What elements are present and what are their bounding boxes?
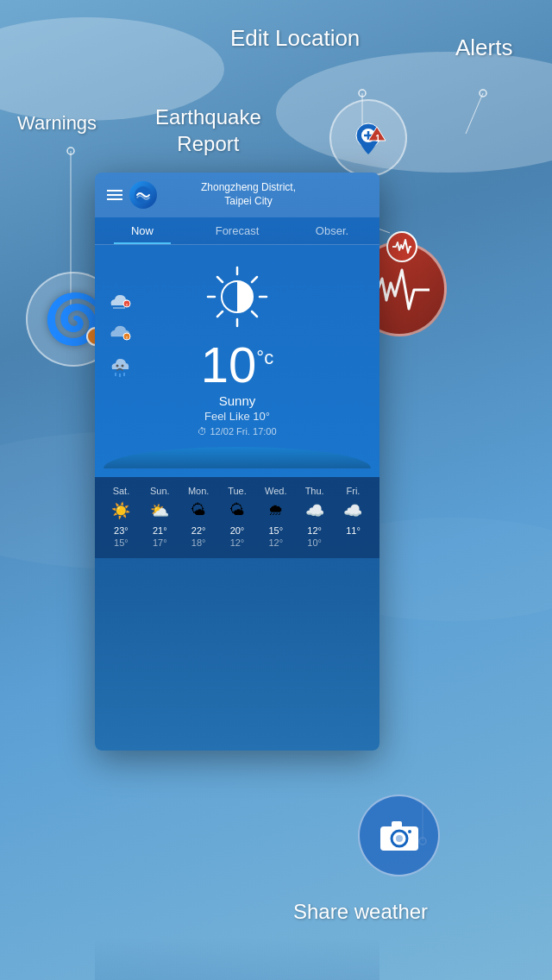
high-0: 23°	[104, 525, 138, 536]
forecast-day-1: Sun.	[142, 486, 177, 496]
low-5: 10°	[298, 537, 332, 548]
high-1: 21°	[142, 525, 177, 536]
svg-point-20	[408, 830, 411, 833]
app-tabs: Now Forecast Obser.	[95, 217, 380, 245]
low-0: 15°	[104, 537, 138, 548]
svg-rect-17	[392, 821, 402, 828]
forecast-day-2: Mon.	[181, 486, 216, 496]
forecast-highs: 23° 21° 22° 20° 15° 12° 11°	[102, 525, 373, 536]
svg-point-19	[396, 835, 403, 842]
app-logo	[129, 181, 157, 209]
edit-location-label: Edit Location	[230, 25, 360, 52]
svg-line-2	[466, 93, 483, 134]
high-6: 11°	[336, 525, 370, 536]
svg-line-39	[217, 311, 223, 317]
tab-now[interactable]: Now	[95, 217, 190, 244]
forecast-day-headers: Sat. Sun. Mon. Tue. Wed. Thu. Fri.	[102, 486, 373, 496]
condition-label: Sunny	[219, 393, 256, 408]
high-4: 15°	[259, 525, 293, 536]
tab-observations[interactable]: Obser.	[285, 217, 380, 244]
forecast-icon-4: 🌧	[259, 501, 293, 520]
forecast-lows: 15° 17° 18° 12° 12° 10°	[102, 537, 373, 548]
location-display: Zhongzheng District, Taipei City	[201, 181, 296, 208]
svg-text:1: 1	[375, 134, 380, 143]
forecast-icon-6: ☁️	[336, 501, 370, 520]
svg-line-36	[217, 277, 223, 282]
forecast-icon-1: ⛅	[142, 501, 177, 520]
svg-point-5	[67, 148, 74, 154]
svg-line-37	[252, 311, 257, 317]
earthquake-label: EarthquakeReport	[155, 104, 261, 157]
svg-point-1	[359, 90, 366, 97]
forecast-day-4: Wed.	[259, 486, 293, 496]
weather-main: ! !	[95, 245, 380, 477]
high-2: 22°	[181, 525, 216, 536]
svg-point-27	[116, 365, 119, 368]
forecast-icons: ☀️ ⛅ 🌤 🌤 🌧 ☁️ ☁️	[102, 501, 373, 520]
location-plus-icon: 1	[349, 116, 387, 160]
hamburger-menu[interactable]	[107, 190, 122, 200]
low-3: 12°	[220, 537, 254, 548]
low-1: 17°	[142, 537, 177, 548]
seismo-notification	[386, 231, 417, 262]
warnings-label: Warnings	[17, 112, 97, 135]
forecast-day-6: Fri.	[336, 486, 370, 496]
share-weather-label: Share weather	[293, 900, 428, 924]
forecast-day-0: Sat.	[104, 486, 138, 496]
tab-forecast[interactable]: Forecast	[190, 217, 285, 244]
cloud-fog-icon: !	[107, 288, 133, 314]
edit-location-button[interactable]: 1	[329, 99, 407, 177]
globe-bottom	[104, 447, 371, 468]
forecast-section: Sat. Sun. Mon. Tue. Wed. Thu. Fri. ☀️ ⛅ …	[95, 477, 380, 558]
low-2: 18°	[181, 537, 216, 548]
forecast-day-5: Thu.	[298, 486, 332, 496]
side-icons: ! !	[107, 288, 133, 380]
weather-app: Zhongzheng District, Taipei City Now For…	[95, 173, 380, 751]
svg-text:!: !	[126, 336, 128, 341]
low-6	[336, 537, 370, 548]
forecast-icon-5: ☁️	[298, 501, 332, 520]
sad-cloud-icon	[107, 354, 133, 380]
svg-line-38	[252, 277, 257, 282]
cloud-warning-icon: !	[107, 321, 133, 347]
svg-point-3	[480, 90, 486, 97]
alerts-label: Alerts	[455, 35, 512, 61]
high-5: 12°	[298, 525, 332, 536]
temperature-display: 10 °c	[201, 340, 273, 390]
high-3: 20°	[220, 525, 254, 536]
forecast-icon-2: 🌤	[181, 501, 216, 520]
forecast-icon-0: ☀️	[104, 501, 138, 520]
feel-like-display: Feel Like 10°	[204, 410, 270, 423]
svg-point-28	[122, 365, 124, 368]
sun-icon	[203, 262, 272, 331]
share-weather-button[interactable]	[358, 795, 440, 876]
low-4: 12°	[259, 537, 293, 548]
datetime-display: ⏱ 12/02 Fri. 17:00	[198, 426, 276, 437]
forecast-icon-3: 🌤	[220, 501, 254, 520]
camera-icon	[380, 820, 419, 852]
phone-reflection	[95, 937, 380, 980]
forecast-day-3: Tue.	[220, 486, 254, 496]
app-header: Zhongzheng District, Taipei City	[95, 173, 380, 217]
svg-text:!: !	[126, 303, 128, 308]
